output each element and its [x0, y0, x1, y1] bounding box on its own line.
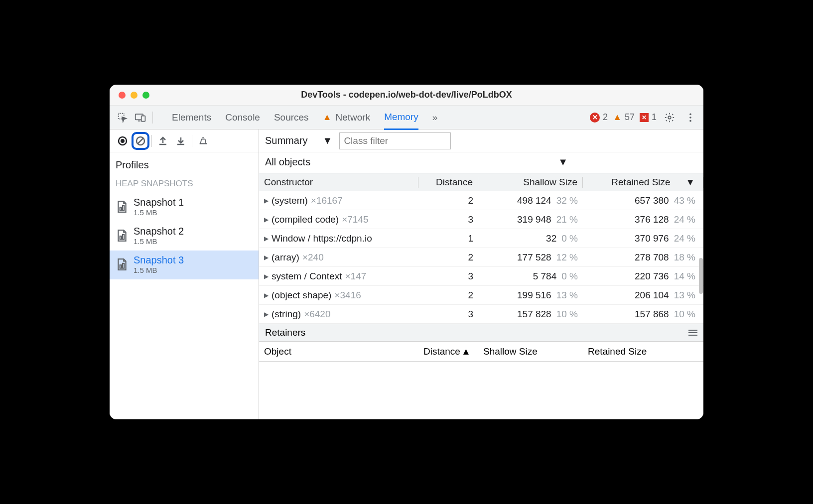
- inspect-element-icon[interactable]: [115, 110, 131, 126]
- warning-count: 57: [625, 112, 635, 123]
- window-title: DevTools - codepen.io/web-dot-dev/live/P…: [301, 90, 512, 100]
- table-row[interactable]: ▶ (compiled code) ×71453319 94821 %376 1…: [259, 210, 703, 229]
- constructor-count: ×7145: [342, 214, 368, 225]
- retainers-label: Retainers: [265, 327, 305, 338]
- view-mode-dropdown[interactable]: Summary ▼: [265, 135, 332, 146]
- retained-value: 206 104: [635, 290, 669, 301]
- record-button[interactable]: [114, 132, 132, 150]
- expand-icon[interactable]: ▶: [264, 235, 269, 242]
- hamburger-icon[interactable]: [688, 329, 697, 336]
- retainers-body: [259, 362, 703, 419]
- expand-icon[interactable]: ▶: [264, 254, 269, 261]
- constructor-name: (string): [271, 309, 301, 320]
- retained-value: 370 976: [635, 233, 669, 244]
- scrollbar-thumb[interactable]: [699, 258, 703, 294]
- table-row[interactable]: ▶ (object shape) ×34162199 51613 %206 10…: [259, 286, 703, 305]
- retained-percent: 24 %: [674, 233, 695, 244]
- table-row[interactable]: ▶ (array) ×2402177 52812 %278 70818 %: [259, 248, 703, 267]
- expand-icon[interactable]: ▶: [264, 216, 269, 223]
- col-shallow[interactable]: Shallow Size: [478, 177, 583, 188]
- traffic-lights: [119, 92, 149, 99]
- error-count: 2: [603, 112, 608, 123]
- shallow-percent: 21 %: [556, 214, 578, 225]
- sort-asc-icon: ▲: [461, 346, 471, 357]
- tab-sources[interactable]: Sources: [274, 106, 309, 129]
- device-toolbar-icon[interactable]: [133, 110, 148, 126]
- chevron-down-icon: ▼: [685, 177, 695, 188]
- warning-count-badge[interactable]: ▲ 57: [613, 112, 635, 123]
- constructor-count: ×147: [345, 271, 367, 282]
- scope-dropdown[interactable]: All objects ▼: [259, 152, 703, 173]
- more-menu-icon[interactable]: [682, 110, 698, 126]
- snapshot-item[interactable]: Snapshot 2 1.5 MB: [110, 222, 259, 251]
- col-constructor[interactable]: Constructor: [259, 177, 418, 188]
- tab-console[interactable]: Console: [225, 106, 260, 129]
- col-retained[interactable]: Retained Size ▼: [583, 177, 703, 188]
- shallow-percent: 13 %: [556, 290, 578, 301]
- tab-overflow[interactable]: »: [432, 106, 438, 129]
- minimize-window-button[interactable]: [131, 92, 137, 99]
- tab-elements[interactable]: Elements: [172, 106, 211, 129]
- issues-icon: ✕: [640, 113, 649, 122]
- col-retained[interactable]: Retained Size: [583, 346, 703, 357]
- retained-value: 278 708: [635, 252, 669, 263]
- svg-line-11: [138, 138, 143, 143]
- expand-icon[interactable]: ▶: [264, 197, 269, 204]
- snapshot-item[interactable]: Snapshot 3 1.5 MB: [110, 251, 259, 279]
- table-row[interactable]: ▶ (system) ×161672498 12432 %657 38043 %: [259, 191, 703, 210]
- main-panel: Summary ▼ All objects ▼ Constructor Dist…: [259, 129, 703, 419]
- retainers-table-header: Object Distance▲ Shallow Size Retained S…: [259, 342, 703, 362]
- profiles-sidebar: Profiles HEAP SNAPSHOTS Snapshot 1 1.5 M…: [110, 129, 259, 419]
- distance-value: 3: [418, 214, 478, 225]
- expand-icon[interactable]: ▶: [264, 292, 269, 299]
- tab-network-label: Network: [335, 112, 370, 123]
- warning-icon: ▲: [613, 112, 622, 123]
- retained-percent: 43 %: [674, 195, 695, 206]
- expand-icon[interactable]: ▶: [264, 273, 269, 280]
- constructor-name: Window / https://cdpn.io: [271, 233, 372, 244]
- retainers-header[interactable]: Retainers: [259, 324, 703, 342]
- error-count-badge[interactable]: ✕ 2: [590, 112, 608, 123]
- tabbar-right: ✕ 2 ▲ 57 ✕ 1: [590, 110, 698, 126]
- file-icon: [117, 229, 128, 242]
- col-shallow[interactable]: Shallow Size: [478, 346, 583, 357]
- constructor-name: (object shape): [271, 290, 331, 301]
- svg-rect-17: [123, 263, 124, 268]
- col-object[interactable]: Object: [259, 346, 418, 357]
- distance-value: 1: [418, 233, 478, 244]
- table-row[interactable]: ▶ (string) ×64203157 82810 %157 86810 %: [259, 305, 703, 324]
- constructor-count: ×240: [302, 252, 324, 263]
- tab-memory[interactable]: Memory: [384, 106, 418, 130]
- close-window-button[interactable]: [119, 92, 126, 99]
- svg-rect-14: [120, 236, 122, 240]
- svg-rect-12: [120, 207, 122, 211]
- issues-count-badge[interactable]: ✕ 1: [640, 112, 657, 123]
- upload-profile-button[interactable]: [154, 132, 172, 150]
- warning-icon: ▲: [323, 112, 332, 123]
- table-row[interactable]: ▶ Window / https://cdpn.io 1320 %370 976…: [259, 229, 703, 248]
- download-profile-button[interactable]: [172, 132, 190, 150]
- settings-icon[interactable]: [662, 110, 678, 126]
- constructor-count: ×3416: [334, 290, 361, 301]
- class-filter-input[interactable]: [339, 132, 451, 149]
- chevron-down-icon: ▼: [558, 156, 568, 168]
- distance-value: 2: [418, 290, 478, 301]
- maximize-window-button[interactable]: [142, 92, 149, 99]
- constructor-count: ×6420: [304, 309, 330, 320]
- constructor-count: ×16167: [311, 195, 343, 206]
- shallow-percent: 12 %: [556, 252, 578, 263]
- tab-network[interactable]: ▲ Network: [323, 106, 371, 129]
- clear-profiles-button[interactable]: [132, 132, 149, 150]
- col-distance[interactable]: Distance: [418, 177, 478, 188]
- svg-rect-13: [123, 206, 124, 211]
- expand-icon[interactable]: ▶: [264, 311, 269, 318]
- collect-garbage-button[interactable]: [194, 132, 212, 150]
- shallow-value: 498 124: [517, 195, 551, 206]
- col-distance[interactable]: Distance▲: [418, 346, 478, 357]
- snapshot-item[interactable]: Snapshot 1 1.5 MB: [110, 193, 259, 222]
- table-row[interactable]: ▶ system / Context ×14735 7840 %220 7361…: [259, 267, 703, 286]
- shallow-percent: 0 %: [561, 271, 578, 282]
- snapshot-size: 1.5 MB: [134, 208, 184, 217]
- snapshot-size: 1.5 MB: [134, 266, 184, 274]
- titlebar: DevTools - codepen.io/web-dot-dev/live/P…: [110, 85, 703, 106]
